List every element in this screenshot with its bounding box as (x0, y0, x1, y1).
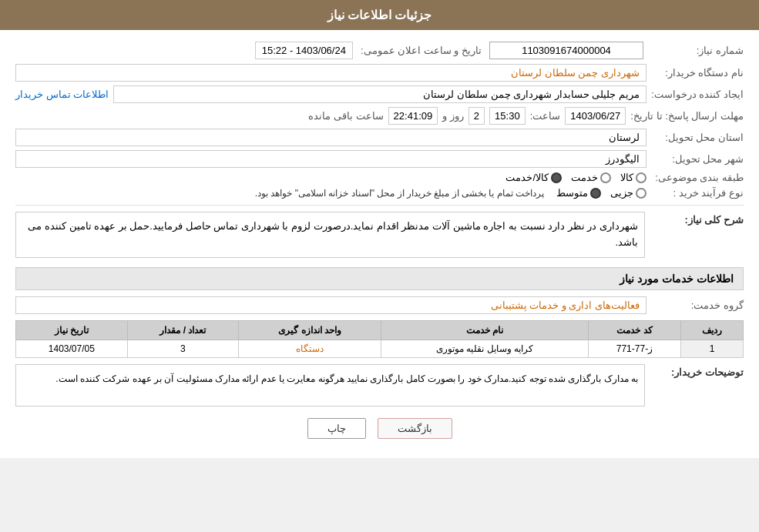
description-label: شرح کلی نیاز: (651, 212, 744, 226)
purchase-detail-text: پرداخت تمام یا بخشی از مبلغ خریدار از مح… (255, 188, 544, 199)
creator-value: مریم جلیلی حسابدار شهرداری چمن سلطان لرس… (113, 85, 646, 103)
deadline-days-label: روز و (442, 110, 464, 122)
category-khadamat-radio[interactable] (600, 172, 611, 183)
print-button[interactable]: چاپ (307, 418, 366, 439)
service-group-label: گروه خدمت: (651, 299, 744, 311)
buyer-label: نام دستگاه خریدار: (651, 67, 744, 79)
service-group-value: فعالیت‌های اداری و خدمات پشتیبانی (15, 296, 646, 314)
page-header: جزئیات اطلاعات نیاز (0, 0, 759, 30)
city-label: شهر محل تحویل: (651, 153, 744, 165)
remaining-time: 22:41:09 (388, 107, 438, 125)
purchase-motavaset-item[interactable]: متوسط (556, 187, 601, 199)
separator-1 (15, 205, 744, 206)
cell-name-0: کرایه وسایل نقلیه موتوری (381, 340, 588, 357)
buyer-row: نام دستگاه خریدار: شهرداری چمن سلطان لرس… (15, 64, 744, 82)
category-kala-label: کالا (620, 172, 633, 183)
purchase-type-row: نوع فرآیند خرید : جزیی متوسط پرداخت تمام… (15, 187, 744, 199)
purchase-jozyi-item[interactable]: جزیی (610, 187, 646, 199)
bid-number-value: 1103091674000004 (489, 42, 643, 59)
cell-unit-0: دستگاه (239, 340, 381, 357)
purchase-jozyi-label: جزیی (610, 187, 633, 199)
services-section-title: اطلاعات خدمات مورد نیاز (15, 267, 744, 290)
col-row: ردیف (681, 320, 744, 340)
category-row: طبقه بندی موضوعی: کالا خدمت کالا/خدمت (15, 172, 744, 183)
province-value: لرستان (15, 129, 646, 146)
cell-row-0: 1 (681, 340, 744, 357)
cell-code-0: ز-77-771 (588, 340, 681, 357)
category-kala-item[interactable]: کالا (620, 172, 646, 183)
col-name: نام خدمت (381, 320, 588, 340)
date-label: تاریخ و ساعت اعلان عمومی: (361, 45, 482, 56)
category-khadamat-item[interactable]: خدمت (571, 172, 611, 183)
col-unit: واحد اندازه گیری (239, 320, 381, 340)
description-row: شرح کلی نیاز: شهرداری در نظر دارد نسبت ب… (15, 212, 744, 258)
page-wrapper: جزئیات اطلاعات نیاز شماره نیاز: 11030916… (0, 0, 759, 458)
category-kala-radio[interactable] (636, 172, 646, 183)
category-kala-khadamat-item[interactable]: کالا/خدمت (505, 172, 562, 183)
deadline-date: 1403/06/27 (565, 107, 626, 125)
buyer-value: شهرداری چمن سلطان لرستان (15, 64, 646, 82)
purchase-radio-group: جزیی متوسط (556, 187, 646, 199)
category-khadamat-label: خدمت (571, 172, 598, 183)
col-count: تعداد / مقدار (127, 320, 238, 340)
remaining-label: ساعت باقی مانده (308, 110, 383, 122)
category-kala-khadamat-radio[interactable] (551, 172, 562, 183)
province-label: استان محل تحویل: (651, 132, 744, 143)
back-button[interactable]: بازگشت (378, 418, 452, 439)
deadline-label: مهلت ارسال پاسخ: تا تاریخ: (630, 110, 744, 122)
col-date: تاریخ نیاز (16, 320, 128, 340)
category-radio-group: کالا خدمت کالا/خدمت (505, 172, 646, 183)
city-row: شهر محل تحویل: الیگودرز (15, 150, 744, 168)
services-table-container: ردیف کد خدمت نام خدمت واحد اندازه گیری ت… (15, 320, 744, 358)
category-kala-khadamat-label: کالا/خدمت (505, 172, 549, 183)
bid-number-label: شماره نیاز: (651, 45, 744, 56)
main-content: شماره نیاز: 1103091674000004 تاریخ و ساع… (0, 30, 759, 458)
purchase-type-label: نوع فرآیند خرید : (651, 187, 744, 199)
creator-row: ایجاد کننده درخواست: مریم جلیلی حسابدار … (15, 85, 744, 103)
page-title: جزئیات اطلاعات نیاز (327, 8, 432, 22)
cell-count-0: 3 (127, 340, 238, 357)
description-text: شهرداری در نظر دارد نسبت به اجاره ماشین … (15, 212, 645, 258)
category-label: طبقه بندی موضوعی: (651, 172, 744, 183)
deadline-time: 15:30 (489, 107, 526, 125)
service-group-row: گروه خدمت: فعالیت‌های اداری و خدمات پشتی… (15, 296, 744, 314)
deadline-days: 2 (468, 107, 485, 125)
date-value: 1403/06/24 - 15:22 (255, 42, 353, 59)
table-row: 1 ز-77-771 کرایه وسایل نقلیه موتوری دستگ… (16, 340, 744, 357)
cell-date-0: 1403/07/05 (16, 340, 128, 357)
buyer-notes-text: به مدارک بارگذاری شده توجه کنید.مدارک خو… (15, 364, 645, 407)
contact-link[interactable]: اطلاعات تماس خریدار (15, 89, 109, 100)
buyer-notes-row: توضیحات خریدار: به مدارک بارگذاری شده تو… (15, 364, 744, 407)
col-code: کد خدمت (588, 320, 681, 340)
purchase-jozyi-radio[interactable] (636, 188, 646, 199)
purchase-motavaset-label: متوسط (556, 187, 588, 199)
creator-label: ایجاد کننده درخواست: (651, 89, 744, 100)
purchase-motavaset-radio[interactable] (590, 188, 601, 199)
bid-number-row: شماره نیاز: 1103091674000004 تاریخ و ساع… (15, 42, 744, 59)
buyer-notes-label: توضیحات خریدار: (651, 364, 744, 378)
deadline-time-label: ساعت: (530, 110, 561, 122)
deadline-row: مهلت ارسال پاسخ: تا تاریخ: 1403/06/27 سا… (15, 107, 744, 125)
province-row: استان محل تحویل: لرستان (15, 129, 744, 146)
services-table: ردیف کد خدمت نام خدمت واحد اندازه گیری ت… (15, 320, 744, 358)
button-row: بازگشت چاپ (15, 418, 744, 439)
city-value: الیگودرز (15, 150, 646, 168)
